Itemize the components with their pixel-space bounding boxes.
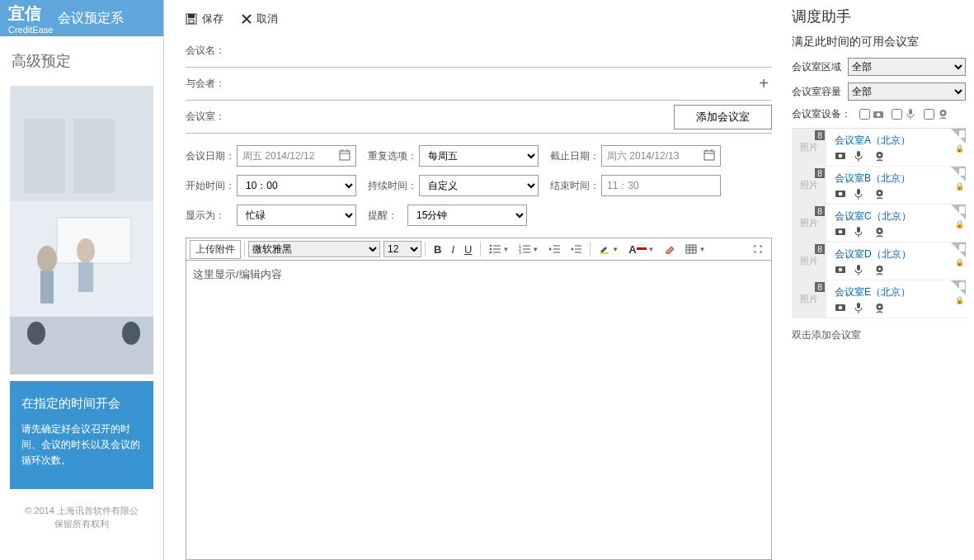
svg-point-72 [839, 268, 843, 272]
upload-attachment-button[interactable]: 上传附件 [190, 240, 241, 259]
assistant-title: 调度助手 [792, 7, 966, 26]
room-item[interactable]: 照片8会议室B（北京）🔒 [792, 167, 966, 205]
room-item[interactable]: 照片8会议室E（北京）🔒 [792, 280, 966, 318]
webcam-icon [874, 189, 886, 200]
duration-label: 持续时间： [368, 179, 419, 193]
duration-select[interactable]: 自定义 [419, 175, 539, 196]
svg-rect-42 [686, 245, 696, 253]
svg-rect-67 [857, 227, 860, 233]
start-label: 开始时间： [186, 179, 237, 193]
sidebar-illustration [10, 86, 153, 374]
room-photo: 照片8 [792, 280, 826, 318]
underline-button[interactable]: U [459, 241, 477, 258]
room-photo: 照片8 [792, 205, 826, 242]
svg-point-25 [490, 248, 492, 250]
lock-icon: 🔒 [955, 296, 964, 304]
room-item[interactable]: 照片8会议室C（北京）🔒 [792, 205, 966, 242]
font-family-select[interactable]: 微软雅黑 [248, 241, 380, 257]
save-button[interactable]: 保存 [186, 12, 224, 26]
room-name: 会议室C（北京） [835, 209, 961, 224]
svg-point-54 [839, 154, 843, 158]
remind-select[interactable]: 15分钟 [407, 205, 527, 226]
svg-point-48 [877, 113, 881, 117]
add-room-button[interactable]: 添加会议室 [674, 105, 772, 129]
cancel-button[interactable]: 取消 [242, 12, 278, 26]
showas-select[interactable]: 忙碌 [237, 205, 356, 226]
camera-icon [835, 189, 846, 200]
room-item[interactable]: 照片8会议室D（北京）🔒 [792, 242, 966, 280]
sidebar-footer: © 2014 上海讯首软件有限公 保留所有权利 [0, 489, 163, 546]
region-select[interactable]: 全部 [848, 58, 966, 76]
svg-rect-14 [189, 20, 194, 23]
svg-point-11 [122, 322, 140, 345]
svg-rect-4 [57, 218, 131, 263]
webcam-icon [874, 303, 886, 314]
sidebar-section-title: 高级预定 [0, 36, 163, 79]
svg-rect-6 [40, 271, 54, 304]
end-time-display: 11：30 [601, 175, 721, 196]
mic-icon [854, 151, 866, 162]
add-attendee-icon[interactable]: + [755, 74, 772, 93]
capacity-badge: 8 [815, 206, 825, 216]
webcam-icon [874, 151, 886, 162]
webcam-icon [936, 108, 949, 121]
svg-rect-49 [909, 109, 912, 115]
outdent-button[interactable] [543, 242, 565, 256]
eraser-button[interactable] [659, 242, 680, 256]
lock-icon: 🔒 [955, 258, 964, 266]
svg-point-10 [27, 322, 45, 345]
meeting-date-input[interactable]: 周五 2014/12/12 [237, 145, 356, 167]
highlight-button[interactable]: ▼ [594, 241, 623, 257]
equip-mic-checkbox[interactable] [892, 109, 902, 120]
svg-rect-41 [600, 252, 609, 254]
until-date-input[interactable]: 周六 2014/12/13 [601, 145, 721, 167]
panel-text: 请先确定好会议召开的时间、会议的时长以及会议的循环次数。 [21, 421, 142, 469]
svg-rect-61 [857, 189, 860, 195]
svg-point-82 [878, 305, 881, 308]
room-item[interactable]: 照片8会议室A（北京）🔒 [792, 129, 966, 167]
camera-icon [872, 108, 885, 121]
equip-camera-checkbox[interactable] [859, 109, 870, 120]
assistant-subtitle: 满足此时间的可用会议室 [792, 35, 966, 49]
camera-icon [835, 303, 846, 314]
svg-point-60 [839, 192, 843, 196]
equip-webcam-checkbox[interactable] [924, 109, 934, 120]
until-label: 截止日期： [550, 149, 601, 163]
svg-point-27 [490, 252, 492, 253]
svg-point-52 [941, 111, 943, 114]
svg-point-78 [839, 306, 843, 310]
svg-rect-13 [188, 14, 195, 18]
equip-label: 会议室设备： [792, 107, 851, 121]
capacity-select[interactable]: 全部 [848, 82, 966, 101]
remind-label: 提醒： [368, 209, 407, 223]
attendee-label: 与会者： [186, 77, 237, 91]
svg-point-70 [878, 229, 881, 232]
lock-corner: 🔒 [951, 129, 966, 144]
svg-rect-8 [78, 262, 93, 292]
room-list: 照片8会议室A（北京）🔒照片8会议室B（北京）🔒照片8会议室C（北京）🔒照片8会… [792, 128, 966, 318]
mic-icon [904, 108, 917, 121]
start-time-select[interactable]: 10：00 [237, 175, 356, 196]
lock-corner: 🔒 [951, 242, 966, 257]
svg-point-7 [77, 238, 95, 263]
expand-button[interactable] [748, 242, 768, 256]
repeat-select[interactable]: 每周五 [419, 145, 539, 167]
room-name: 会议室D（北京） [835, 247, 961, 261]
svg-point-66 [839, 230, 843, 234]
room-photo: 照片8 [792, 167, 826, 204]
capacity-badge: 8 [815, 244, 825, 254]
calendar-icon [339, 149, 351, 163]
webcam-icon [874, 265, 886, 276]
table-button[interactable]: ▼ [680, 242, 710, 256]
number-list-button[interactable]: 123▼ [514, 242, 543, 256]
svg-rect-2 [24, 119, 65, 193]
bold-button[interactable]: B [429, 241, 446, 258]
bullet-list-button[interactable]: ▼ [484, 242, 514, 256]
indent-button[interactable] [565, 242, 586, 256]
font-color-button[interactable]: A▼ [623, 241, 659, 258]
panel-title: 在指定的时间开会 [21, 396, 142, 412]
brand-en: CreditEase [8, 25, 53, 35]
italic-button[interactable]: I [446, 241, 459, 258]
font-size-select[interactable]: 12 [383, 241, 421, 257]
editor-content[interactable]: 这里显示/编辑内容 [186, 261, 772, 560]
